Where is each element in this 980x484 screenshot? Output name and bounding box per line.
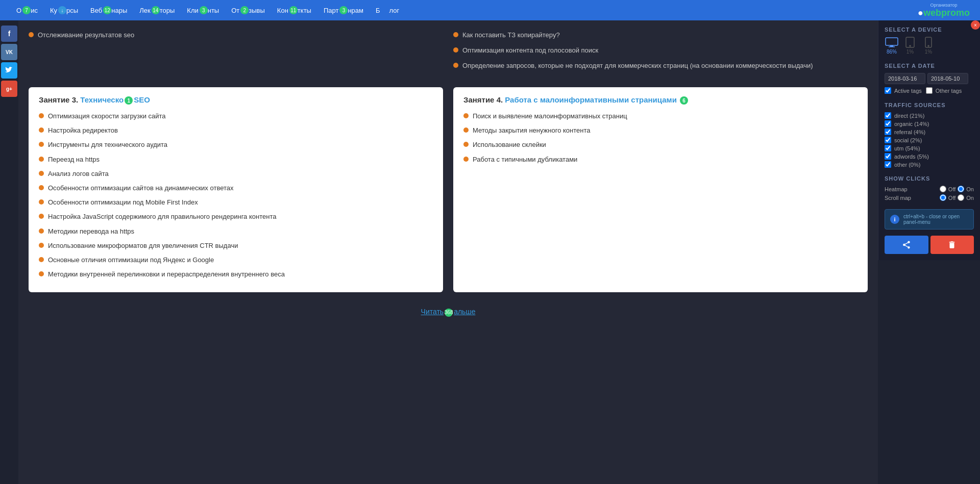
nav-item-partners[interactable]: Парт3нрам [317, 0, 370, 20]
traffic-utm-checkbox[interactable] [885, 145, 891, 151]
traffic-adwords-checkbox[interactable] [885, 153, 891, 160]
nav-item-reviews[interactable]: От2зывы [225, 0, 271, 20]
traffic-social-checkbox[interactable] [885, 137, 891, 143]
list-item: Методы закрытия ненужного контента [463, 126, 857, 135]
traffic-organic: organic (14%) [885, 120, 974, 127]
traffic-direct-checkbox[interactable] [885, 112, 891, 119]
traffic-referral-label[interactable]: referral (4%) [894, 129, 925, 135]
heatmap-on-radio[interactable] [958, 186, 964, 192]
tablet-icon [903, 37, 917, 48]
nav-badge-webinars: 12 [103, 6, 111, 14]
top-list-right: Как поставить ТЗ копирайтеру? Оптимизаци… [453, 31, 868, 77]
list-item: Анализ логов сайта [39, 169, 433, 179]
tablet-pct: 1% [906, 49, 914, 55]
share-button[interactable] [885, 236, 928, 254]
lesson-topic: Техническо [80, 95, 124, 104]
list-item: Особенности оптимизации сайтов на динами… [39, 184, 433, 193]
bullet-icon [29, 32, 34, 37]
nav-badge-reviews: 2 [240, 6, 249, 14]
other-tags-checkbox[interactable] [926, 87, 933, 94]
nav-badge-clients: 3 [200, 6, 208, 14]
top-lists: Отслеживание результатов seo Как постави… [29, 31, 868, 77]
twitter-button[interactable] [1, 62, 17, 79]
read-more-area: Читать368альше [29, 302, 868, 322]
lesson-card-4: Занятие 4. Работа с малоинформативными с… [453, 87, 868, 293]
heatmap-off-radio[interactable] [940, 186, 946, 192]
traffic-direct: direct (21%) [885, 112, 974, 119]
monitor-device-button[interactable]: 86% [885, 37, 899, 55]
traffic-referral-checkbox[interactable] [885, 129, 891, 135]
scrollmap-off-radio[interactable] [940, 194, 946, 201]
traffic-utm-label[interactable]: utm (54%) [894, 145, 920, 151]
info-box: i ctrl+alt+b - close or open panel-menu [885, 209, 974, 230]
tablet-device-button[interactable]: 1% [903, 37, 917, 55]
device-section: SELECT A DEVICE 86% [885, 27, 974, 57]
mobile-pct: 1% [925, 49, 932, 55]
nav-badge-courses: ↓ [58, 6, 66, 14]
heatmap-off-label[interactable]: Off [948, 186, 955, 192]
list-item: Особенности оптимизации под Mobile First… [39, 198, 433, 207]
scrollmap-on-radio[interactable] [958, 194, 964, 201]
show-clicks-title: SHOW CLICKS [885, 175, 974, 182]
list-item: Определение запросов, которые не подходя… [453, 61, 868, 70]
scrollmap-label: Scroll map [885, 195, 911, 201]
list-item: Поиск и выявление малоинформативных стра… [463, 112, 857, 121]
mobile-device-button[interactable]: 1% [921, 37, 936, 55]
main-layout: f VK g+ Отслеживание результатов seo Как… [0, 20, 980, 484]
nav-item-clients[interactable]: Кли3нты [181, 0, 225, 20]
nav-badge-partners: 3 [339, 6, 348, 14]
heatmap-row: Heatmap Off On [885, 186, 974, 192]
card-list-3: Оптимизация скорости загрузки сайта Наст… [39, 112, 433, 279]
scrollmap-row: Scroll map Off On [885, 194, 974, 201]
scrollmap-on-label[interactable]: On [966, 195, 974, 201]
nav-item-webinars[interactable]: Веб12нары [84, 0, 133, 20]
read-more-link[interactable]: Читать368альше [421, 308, 476, 316]
traffic-social-label[interactable]: social (2%) [894, 137, 922, 143]
traffic-other: other (0%) [885, 161, 974, 168]
date-from-input[interactable] [885, 73, 925, 84]
bullet-icon [453, 63, 458, 68]
heatmap-label: Heatmap [885, 186, 908, 192]
date-to-input[interactable] [927, 73, 968, 84]
nav-item-lecturers[interactable]: Лек14торы [133, 0, 181, 20]
delete-button[interactable] [930, 236, 974, 254]
traffic-other-checkbox[interactable] [885, 161, 891, 168]
bullet-icon [39, 185, 44, 190]
svg-point-6 [928, 45, 929, 46]
bottom-buttons [885, 236, 974, 254]
date-inputs [885, 73, 974, 84]
nav-item-about[interactable]: О7ис [10, 0, 44, 20]
svg-rect-2 [889, 46, 895, 47]
traffic-adwords-label[interactable]: adwords (5%) [894, 154, 929, 160]
traffic-other-label[interactable]: other (0%) [894, 162, 920, 168]
traffic-direct-label[interactable]: direct (21%) [894, 113, 924, 119]
traffic-organic-label[interactable]: organic (14%) [894, 121, 929, 127]
active-tags-label[interactable]: Active tags [894, 88, 922, 94]
traffic-sources-title: TRAFFIC SOURCES [885, 102, 974, 108]
list-item: Использование склейки [463, 140, 857, 149]
cards-row: Занятие 3. Техническо1SEO Оптимизация ск… [29, 87, 868, 293]
lesson-suffix: SEO [134, 95, 150, 104]
heatmap-on-label[interactable]: On [966, 186, 974, 192]
vk-button[interactable]: VK [1, 44, 17, 60]
list-item-text: Оптимизация контента под голосовой поиск [462, 46, 598, 55]
heatmap-radio-group: Off On [940, 186, 974, 192]
other-tags-label[interactable]: Other tags [936, 88, 962, 94]
date-section-title: SELECT A DATE [885, 63, 974, 69]
active-tags-checkbox[interactable] [885, 87, 891, 94]
scrollmap-off-label[interactable]: Off [948, 195, 955, 201]
close-panel-button[interactable]: × [971, 20, 980, 30]
nav-item-blog[interactable]: Б0лог [370, 0, 405, 20]
nav-badge-contacts: 11 [289, 6, 298, 14]
list-item: Переезд на https [39, 155, 433, 164]
nav-item-courses[interactable]: Ку↓рсы [44, 0, 84, 20]
lesson-prefix: Занятие 4. [463, 95, 503, 104]
bullet-icon [463, 113, 469, 118]
bullet-icon [39, 243, 44, 248]
traffic-organic-checkbox[interactable] [885, 120, 891, 127]
bullet-icon [39, 228, 44, 234]
googleplus-button[interactable]: g+ [1, 81, 17, 97]
nav-item-contacts[interactable]: Кон11ткты [271, 0, 317, 20]
facebook-button[interactable]: f [1, 26, 17, 42]
brand-logo: ●webpromo [918, 8, 970, 18]
